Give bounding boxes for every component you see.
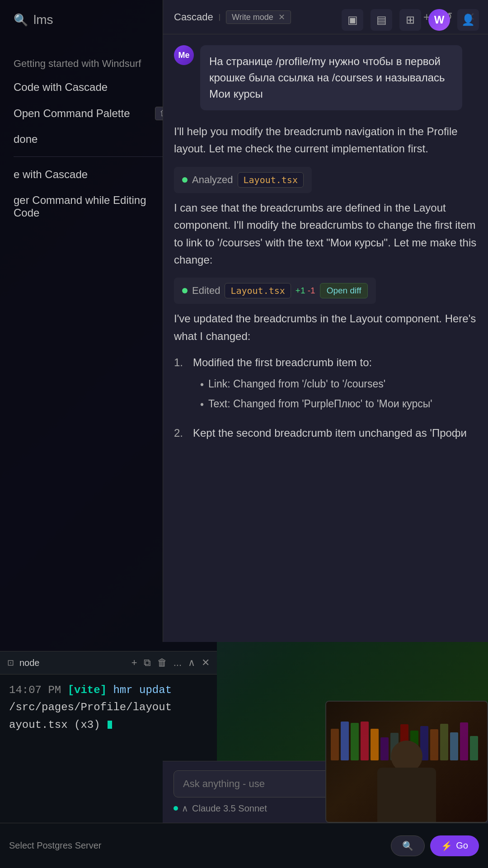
search-input[interactable] xyxy=(33,13,124,27)
edited-file[interactable]: Layout.tsx xyxy=(225,283,291,298)
green-dot-1 xyxy=(182,177,188,183)
terminal-title: node xyxy=(19,658,40,668)
search-icon-btn: 🔍 xyxy=(402,840,413,851)
diff-counts: +1 -1 xyxy=(296,286,315,296)
webcam-overlay xyxy=(325,701,488,823)
close-terminal-btn[interactable]: ✕ xyxy=(202,657,210,669)
sidebar-toggle-btn[interactable]: ▣ xyxy=(342,9,363,31)
bottom-bar: Select Postgres Server 🔍 ⚡ Go xyxy=(0,823,488,868)
cascade-panel: Cascade | Write mode ✕ + ↺ ✕ Me На стран… xyxy=(163,0,488,642)
user-avatar: Me xyxy=(174,45,194,65)
add-terminal-btn[interactable]: + xyxy=(131,657,137,669)
user-bubble: На странице /profile/my нужно чтобы в пе… xyxy=(200,45,462,110)
terminal-line-1: 14:07 PM [vite] hmr updat xyxy=(9,682,208,699)
terminal-cursor xyxy=(108,721,112,729)
summary-text: I've updated the breadcrumbs in the Layo… xyxy=(174,310,477,345)
analyzed-badge: Analyzed Layout.tsx xyxy=(174,167,312,193)
model-name: Claude 3.5 Sonnet xyxy=(192,803,267,814)
change-item-1: 1. Modified the first breadcrumb item to… xyxy=(174,354,477,416)
ai-response-2: I can see that the breadcrumbs are defin… xyxy=(174,199,477,269)
collapse-terminal-btn[interactable]: ∧ xyxy=(188,657,195,669)
terminal-line-3: ayout.tsx (x3) xyxy=(9,717,208,734)
terminal-actions: + ⧉ 🗑 ... ∧ ✕ xyxy=(131,657,210,669)
terminal-icon: ⊡ xyxy=(7,658,14,668)
terminal-header: ⊡ node + ⧉ 🗑 ... ∧ ✕ xyxy=(0,651,217,675)
panel-btn[interactable]: ▤ xyxy=(371,9,392,31)
book-item xyxy=(351,723,359,760)
book-item xyxy=(341,722,349,760)
change-item-2: 2. Kept the second breadcrumb item uncha… xyxy=(174,425,477,442)
go-btn[interactable]: ⚡ Go xyxy=(430,835,479,856)
user-message: Me На странице /profile/my нужно чтобы в… xyxy=(174,45,477,110)
search-icon: 🔍 xyxy=(14,13,28,27)
sub-item-1-2: • Text: Changed from 'PurpleПлюс' to 'Мо… xyxy=(200,396,477,413)
open-diff-btn[interactable]: Open diff xyxy=(320,283,368,298)
windsurf-logo: W xyxy=(428,9,450,31)
sub-list-1: • Link: Changed from '/club' to '/course… xyxy=(200,376,477,413)
mode-close-icon[interactable]: ✕ xyxy=(278,13,285,22)
separator: | xyxy=(219,13,221,21)
analyzed-file[interactable]: Layout.tsx xyxy=(238,172,304,188)
bottom-actions: 🔍 ⚡ Go xyxy=(391,835,479,856)
book-item xyxy=(450,732,458,760)
chevron-up-icon: ∧ xyxy=(182,803,188,814)
chat-area[interactable]: Me На странице /profile/my нужно чтобы в… xyxy=(163,34,488,642)
bottom-search-btn[interactable]: 🔍 xyxy=(391,835,425,856)
bottom-status-text: Select Postgres Server xyxy=(9,840,102,851)
write-mode-badge: Write mode ✕ xyxy=(226,10,291,24)
model-dot xyxy=(174,806,178,811)
user-btn[interactable]: 👤 xyxy=(457,9,479,31)
person-body xyxy=(377,768,436,823)
more-terminal-btn[interactable]: ... xyxy=(174,657,182,669)
book-item xyxy=(470,736,478,760)
ai-response-1: I'll help you modify the breadcrumb navi… xyxy=(174,123,477,158)
top-icons: ▣ ▤ ⊞ W 👤 xyxy=(342,9,479,31)
bullet-1: • xyxy=(200,377,204,393)
cascade-title-area: Cascade | Write mode ✕ xyxy=(174,10,291,24)
webcam-inner xyxy=(326,702,487,822)
person-figure xyxy=(366,731,447,822)
changes-list: 1. Modified the first breadcrumb item to… xyxy=(174,354,477,442)
bullet-2: • xyxy=(200,397,204,413)
split-terminal-btn[interactable]: ⧉ xyxy=(144,657,151,669)
grid-btn[interactable]: ⊞ xyxy=(399,9,421,31)
edited-badge: Edited Layout.tsx +1 -1 Open diff xyxy=(174,278,376,304)
go-icon: ⚡ xyxy=(441,840,452,851)
book-item xyxy=(331,729,339,760)
cascade-title: Cascade xyxy=(174,11,213,23)
green-dot-2 xyxy=(182,288,188,293)
delete-terminal-btn[interactable]: 🗑 xyxy=(157,657,167,669)
book-item xyxy=(460,722,468,760)
terminal-line-2: /src/pages/Profile/layout xyxy=(9,699,208,716)
sub-item-1-1: • Link: Changed from '/club' to '/course… xyxy=(200,376,477,393)
terminal-body: 14:07 PM [vite] hmr updat /src/pages/Pro… xyxy=(0,675,217,741)
